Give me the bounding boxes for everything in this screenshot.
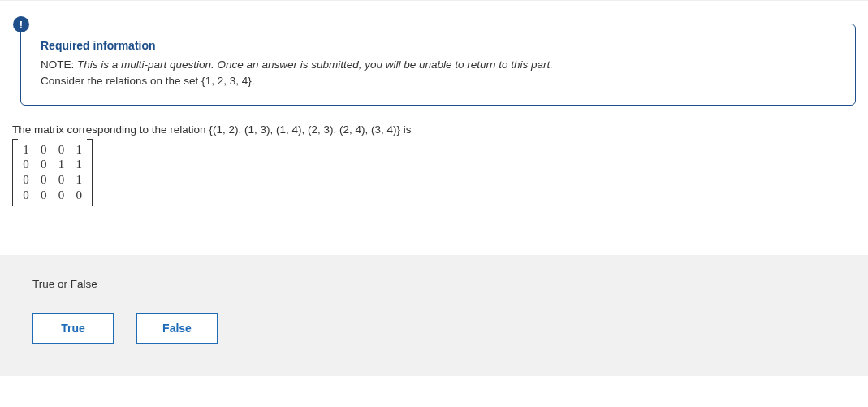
note-label: NOTE:	[41, 58, 74, 71]
matrix-row: 1 0 0 1	[19, 142, 86, 158]
matrix-cell: 0	[54, 188, 69, 203]
matrix: 1 0 0 1 0 0 1 1 0 0 0 1 0 0 0 0	[12, 139, 93, 206]
answer-buttons: True False	[32, 313, 836, 344]
matrix-cell: 1	[71, 142, 86, 158]
exclamation-icon: !	[13, 16, 29, 32]
matrix-cell: 1	[54, 157, 69, 172]
false-button[interactable]: False	[136, 313, 218, 344]
answer-prompt: True or False	[32, 278, 836, 290]
info-title: Required information	[41, 39, 836, 52]
matrix-cell: 0	[37, 157, 51, 172]
matrix-cell: 0	[71, 188, 86, 203]
matrix-cell: 1	[19, 142, 33, 158]
matrix-cell: 1	[71, 172, 86, 188]
matrix-cell: 1	[71, 157, 86, 172]
matrix-cell: 0	[19, 188, 33, 203]
matrix-cell: 0	[54, 142, 69, 158]
matrix-cell: 0	[37, 172, 51, 188]
question-stem: The matrix corresponding to the relation…	[12, 123, 856, 136]
matrix-cell: 0	[54, 172, 69, 188]
true-button[interactable]: True	[32, 313, 114, 344]
question-block: The matrix corresponding to the relation…	[12, 123, 856, 206]
matrix-cell: 0	[37, 188, 51, 203]
matrix-row: 0 0 0 0	[19, 188, 86, 203]
page: ! Required information NOTE: This is a m…	[0, 0, 868, 376]
matrix-cell: 0	[19, 172, 33, 188]
matrix-row: 0 0 1 1	[19, 157, 86, 172]
answer-panel: True or False True False	[0, 255, 868, 376]
matrix-cell: 0	[37, 142, 51, 158]
note-text: This is a multi-part question. Once an a…	[77, 58, 553, 71]
info-card: ! Required information NOTE: This is a m…	[20, 24, 856, 106]
info-context: Consider the relations on the set {1, 2,…	[41, 75, 254, 87]
info-note: NOTE: This is a multi-part question. Onc…	[41, 57, 836, 90]
matrix-row: 0 0 0 1	[19, 172, 86, 188]
matrix-cell: 0	[19, 157, 33, 172]
